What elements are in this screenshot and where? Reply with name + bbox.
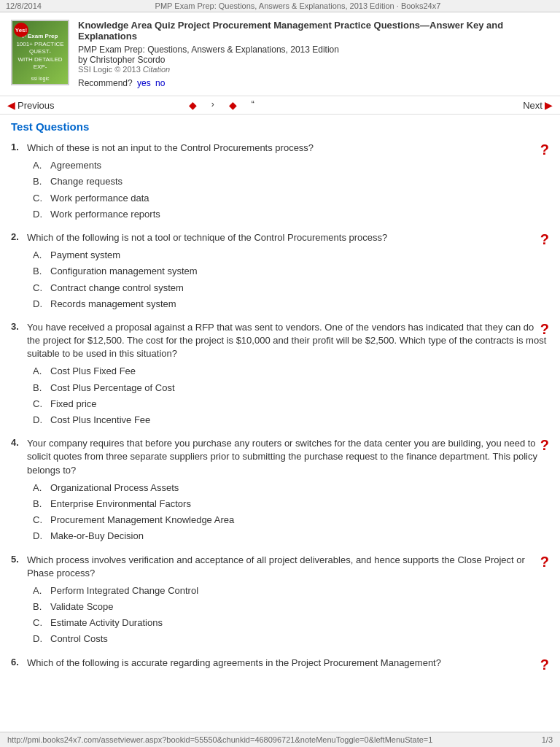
book-title: Knowledge Area Quiz Project Procurement … [78, 20, 549, 42]
option-text-4-2: Enterprise Environmental Factors [50, 498, 191, 511]
question-mark-icon-3[interactable]: ? [540, 321, 549, 338]
option-letter-5-4: D. [33, 632, 46, 646]
options-3: A.Cost Plus Fixed FeeB.Cost Plus Percent… [33, 365, 549, 427]
options-4: A.Organizational Process AssetsB.Enterpr… [33, 481, 549, 543]
question-num-1: 1. [11, 142, 24, 155]
question-mark-icon-1[interactable]: ? [540, 142, 549, 158]
next-label: Next [523, 100, 542, 111]
question-mark-icon-4[interactable]: ? [540, 437, 549, 454]
option-5-2[interactable]: B.Validate Scope [33, 600, 549, 614]
recommend-yes[interactable]: yes [137, 78, 151, 88]
question-text-1: 1.Which of these is not an input to the … [11, 142, 549, 155]
question-mark-icon-2[interactable]: ? [540, 231, 549, 248]
option-4-2[interactable]: B.Enterprise Environmental Factors [33, 498, 549, 511]
option-text-1-2: Change requests [50, 175, 122, 188]
option-text-4-3: Procurement Management Knowledge Area [50, 514, 234, 527]
recommend-no[interactable]: no [155, 78, 165, 88]
citation-label: Citation [143, 65, 170, 74]
option-4-1[interactable]: A.Organizational Process Assets [33, 481, 549, 495]
option-text-2-4: Records management system [50, 298, 176, 311]
option-letter-1-3: C. [33, 192, 46, 205]
next-arrow-icon: ▶ [545, 99, 553, 111]
book-cover-text: P Exam Prep 1001+ PRACTICE QUEST- WITH D… [15, 33, 65, 82]
question-content-1: Which of these is not an input to the Co… [27, 142, 549, 155]
option-1-3[interactable]: C.Work performance data [33, 192, 549, 205]
top-bar-title: PMP Exam Prep: Questions, Answers & Expl… [155, 1, 441, 10]
option-5-1[interactable]: A.Perform Integrated Change Control [33, 584, 549, 597]
option-text-1-3: Work performance data [50, 192, 149, 205]
option-5-3[interactable]: C.Estimate Activity Durations [33, 616, 549, 630]
option-3-4[interactable]: D.Cost Plus Incentive Fee [33, 414, 549, 427]
option-letter-2-4: D. [33, 298, 46, 311]
option-4-3[interactable]: C.Procurement Management Knowledge Area [33, 514, 549, 527]
book-subtitle: PMP Exam Prep: Questions, Answers & Expl… [78, 44, 549, 55]
option-3-3[interactable]: C.Fixed price [33, 398, 549, 411]
nav-dash-2: “ [252, 99, 254, 111]
question-num-4: 4. [11, 437, 24, 477]
question-4: 4.Your company requires that before you … [11, 437, 549, 543]
author-label: by [78, 55, 88, 65]
nav-dot-1[interactable]: ◆ [189, 99, 197, 111]
question-3: 3.You have received a proposal against a… [11, 321, 549, 427]
nav-dot-2[interactable]: ◆ [229, 99, 237, 111]
option-letter-5-3: C. [33, 616, 46, 630]
option-2-2[interactable]: B.Configuration management system [33, 265, 549, 278]
option-3-1[interactable]: A.Cost Plus Fixed Fee [33, 365, 549, 378]
options-2: A.Payment systemB.Configuration manageme… [33, 249, 549, 311]
question-text-2: 2.Which of the following is not a tool o… [11, 231, 549, 244]
question-5: 5.Which process involves verification an… [11, 554, 549, 646]
recommend-label: Recommend? [78, 78, 133, 88]
option-text-4-1: Organizational Process Assets [50, 481, 179, 495]
nav-dash-1: › [211, 99, 214, 111]
book-badge: Yes! [14, 23, 28, 37]
option-text-5-1: Perform Integrated Change Control [50, 584, 198, 597]
option-2-1[interactable]: A.Payment system [33, 249, 549, 262]
next-button[interactable]: Next ▶ [523, 99, 553, 111]
option-2-4[interactable]: D.Records management system [33, 298, 549, 311]
section-title: Test Questions [11, 120, 549, 133]
top-bar-date: 12/8/2014 [6, 1, 42, 10]
question-num-5: 5. [11, 554, 24, 580]
question-content-3: You have received a proposal against a R… [27, 321, 549, 361]
option-text-1-1: Agreements [50, 159, 101, 172]
option-text-2-3: Contract change control system [50, 282, 184, 295]
question-2: 2.Which of the following is not a tool o… [11, 231, 549, 311]
header-text: Knowledge Area Quiz Project Procurement … [78, 20, 549, 88]
option-letter-4-2: B. [33, 498, 46, 511]
option-1-2[interactable]: B.Change requests [33, 175, 549, 188]
option-text-5-2: Validate Scope [50, 600, 114, 614]
recommend-row: Recommend? yes no [78, 78, 549, 88]
prev-label: Previous [18, 100, 55, 111]
option-4-4[interactable]: D.Make-or-Buy Decision [33, 530, 549, 543]
option-3-2[interactable]: B.Cost Plus Percentage of Cost [33, 382, 549, 395]
option-letter-2-3: C. [33, 282, 46, 295]
option-text-5-3: Estimate Activity Durations [50, 616, 163, 630]
option-letter-3-2: B. [33, 382, 46, 395]
option-2-3[interactable]: C.Contract change control system [33, 282, 549, 295]
option-letter-1-4: D. [33, 208, 46, 221]
prev-button[interactable]: ◀ Previous [7, 99, 55, 111]
option-5-4[interactable]: D.Control Costs [33, 632, 549, 646]
question-text-3: 3.You have received a proposal against a… [11, 321, 549, 361]
option-text-3-1: Cost Plus Fixed Fee [50, 365, 136, 378]
question-content-4: Your company requires that before you pu… [27, 437, 549, 477]
option-letter-3-3: C. [33, 398, 46, 411]
option-text-3-2: Cost Plus Percentage of Cost [50, 382, 175, 395]
question-mark-icon-6[interactable]: ? [540, 657, 549, 673]
option-letter-2-1: A. [33, 249, 46, 262]
option-text-3-3: Fixed price [50, 398, 97, 411]
author-name: Christopher Scordo [90, 55, 165, 65]
option-1-4[interactable]: D.Work performance reports [33, 208, 549, 221]
option-letter-1-2: B. [33, 175, 46, 188]
question-num-2: 2. [11, 231, 24, 244]
content-area: Test Questions 1.Which of these is not a… [0, 115, 560, 694]
option-letter-3-1: A. [33, 365, 46, 378]
option-1-1[interactable]: A.Agreements [33, 159, 549, 172]
option-text-2-2: Configuration management system [50, 265, 198, 278]
question-mark-icon-5[interactable]: ? [540, 554, 549, 570]
publisher-info: SSI Logic © 2013 Citation [78, 65, 549, 74]
question-text-6: 6.Which of the following is accurate reg… [11, 657, 549, 670]
nav-bar: ◀ Previous ◆ › ◆ “ Next ▶ [0, 96, 560, 115]
option-text-2-1: Payment system [50, 249, 120, 262]
book-cover: Yes! P Exam Prep 1001+ PRACTICE QUEST- W… [11, 20, 69, 85]
